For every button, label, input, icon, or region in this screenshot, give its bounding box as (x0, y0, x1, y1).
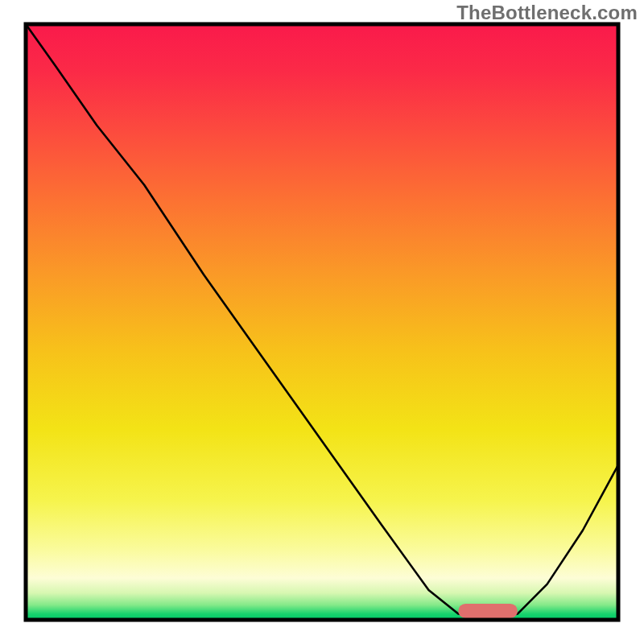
bottleneck-chart (0, 0, 644, 644)
chart-container: TheBottleneck.com (0, 0, 644, 644)
gradient-background (26, 24, 618, 620)
ideal-marker (458, 604, 518, 618)
